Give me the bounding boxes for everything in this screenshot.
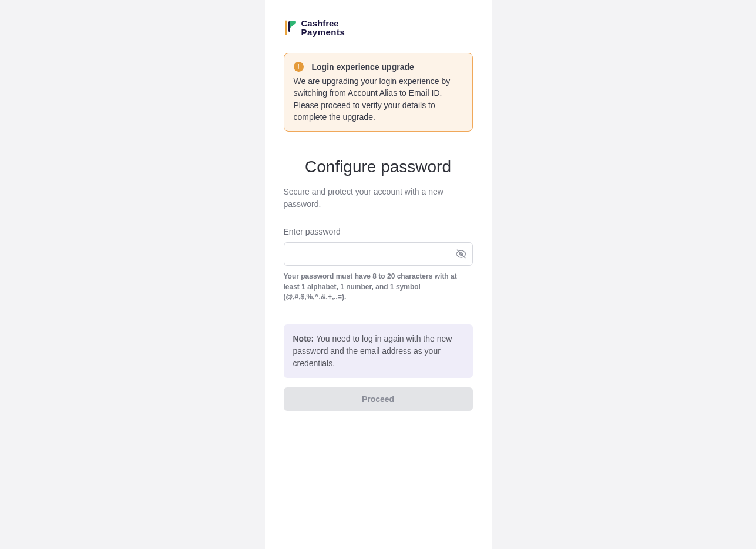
alert-title: Login experience upgrade bbox=[312, 62, 414, 72]
brand-name-line2: Payments bbox=[301, 28, 345, 36]
page-title: Configure password bbox=[284, 158, 473, 176]
password-hint: Your password must have 8 to 20 characte… bbox=[284, 272, 473, 302]
eye-off-icon bbox=[456, 249, 466, 259]
password-label: Enter password bbox=[284, 227, 473, 236]
upgrade-alert: ! Login experience upgrade We are upgrad… bbox=[284, 53, 473, 132]
toggle-password-visibility[interactable] bbox=[455, 248, 467, 260]
brand-name-line1: Cashfree bbox=[301, 19, 345, 28]
alert-body: We are upgrading your login experience b… bbox=[294, 75, 463, 123]
svg-rect-0 bbox=[288, 21, 290, 32]
note-label: Note: bbox=[293, 334, 314, 343]
note-box: Note: You need to log in again with the … bbox=[284, 324, 473, 378]
brand-logo-text: Cashfree Payments bbox=[301, 19, 345, 36]
alert-header: ! Login experience upgrade bbox=[294, 62, 463, 72]
page-subtitle: Secure and protect your account with a n… bbox=[284, 186, 473, 210]
cashfree-logo-icon bbox=[284, 20, 297, 35]
configure-password-card: Cashfree Payments ! Login experience upg… bbox=[265, 0, 492, 549]
password-input-wrap bbox=[284, 242, 473, 266]
proceed-button[interactable]: Proceed bbox=[284, 387, 473, 411]
exclamation-icon: ! bbox=[294, 62, 304, 72]
note-body: You need to log in again with the new pa… bbox=[293, 334, 452, 368]
password-input[interactable] bbox=[284, 242, 473, 266]
note-text: Note: You need to log in again with the … bbox=[293, 333, 463, 370]
brand-logo: Cashfree Payments bbox=[284, 19, 473, 36]
